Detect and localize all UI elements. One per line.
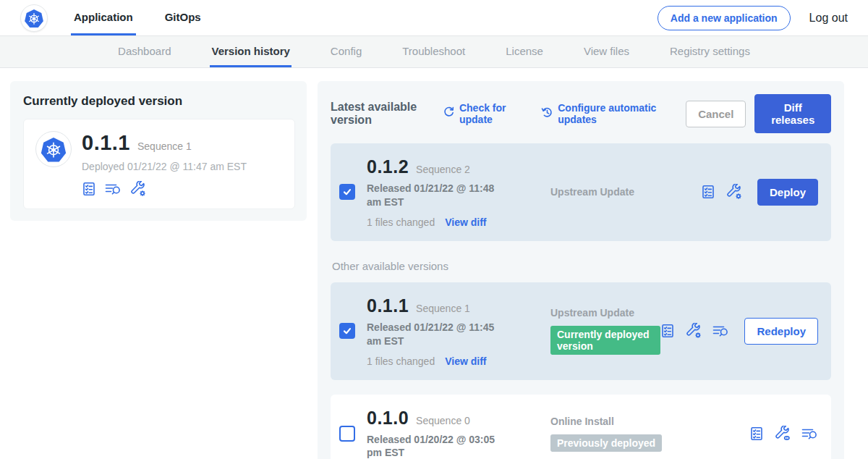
subnav-tab-dashboard[interactable]: Dashboard <box>116 36 172 67</box>
tab-gitops[interactable]: GitOps <box>162 0 204 35</box>
version-checkbox[interactable] <box>339 426 355 442</box>
latest-available-heading: Latest available version <box>331 101 435 127</box>
released-timestamp: Released 01/21/22 @ 11:48 am EST <box>367 182 511 209</box>
deployed-card-title: Currently deployed version <box>23 94 295 109</box>
edit-config-icon[interactable] <box>686 323 702 339</box>
view-diff-link[interactable]: View diff <box>445 216 486 228</box>
kubernetes-logo-icon <box>20 4 48 32</box>
preflight-checks-icon[interactable] <box>660 324 675 338</box>
view-logs-icon[interactable] <box>105 182 122 196</box>
subnav-tab-troubleshoot[interactable]: Troubleshoot <box>401 36 467 67</box>
configure-automatic-updates-link[interactable]: Configure automatic updates <box>541 102 667 125</box>
subnav-tab-license[interactable]: License <box>504 36 545 67</box>
subnav-tab-version-history[interactable]: Version history <box>210 36 291 67</box>
deployed-version-number: 0.1.1 <box>82 131 130 155</box>
currently-deployed-card: Currently deployed version <box>10 81 307 221</box>
other-versions-heading: Other available versions <box>332 260 831 272</box>
view-logs-icon[interactable] <box>801 426 818 441</box>
preflight-checks-icon[interactable] <box>701 185 715 199</box>
version-row-0-1-1: 0.1.1 Sequence 1 Released 01/21/22 @ 11:… <box>331 282 831 380</box>
version-history-panel: Latest available version Check for updat… <box>318 81 844 459</box>
deployed-sequence-label: Sequence 1 <box>137 140 192 152</box>
version-number: 0.1.2 <box>367 156 409 177</box>
deploy-button[interactable]: Deploy <box>757 179 818 206</box>
version-row-0-1-0: 0.1.0 Sequence 0 Released 01/20/22 @ 03:… <box>331 395 831 459</box>
files-changed-label: 1 files changed <box>367 216 435 228</box>
previously-deployed-badge: Previously deployed <box>550 434 662 452</box>
add-new-application-button[interactable]: Add a new application <box>658 6 791 30</box>
version-number: 0.1.0 <box>367 408 409 429</box>
logout-button[interactable]: Log out <box>809 12 848 25</box>
version-source-label: Online Install <box>550 416 749 427</box>
version-checkbox[interactable] <box>339 323 355 339</box>
view-config-icon[interactable] <box>775 426 791 442</box>
edit-config-icon[interactable] <box>726 184 742 200</box>
version-checkbox[interactable] <box>339 184 355 200</box>
sequence-label: Sequence 2 <box>416 164 470 175</box>
app-subnav: Dashboard Version history Config Trouble… <box>0 36 868 68</box>
view-diff-link[interactable]: View diff <box>445 355 486 367</box>
preflight-checks-icon[interactable] <box>82 182 96 196</box>
files-changed-label: 1 files changed <box>367 355 435 367</box>
preflight-checks-icon[interactable] <box>749 426 764 441</box>
sequence-label: Sequence 0 <box>416 415 470 426</box>
version-row-0-1-2: 0.1.2 Sequence 2 Released 01/21/22 @ 11:… <box>331 143 831 241</box>
version-source-label: Upstream Update <box>550 307 660 319</box>
app-kubernetes-icon <box>35 131 72 167</box>
subnav-tab-config[interactable]: Config <box>329 36 363 67</box>
version-number: 0.1.1 <box>367 295 409 316</box>
edit-config-icon[interactable] <box>130 181 146 197</box>
deployed-timestamp: Deployed 01/21/22 @ 11:47 am EST <box>82 161 247 172</box>
subnav-tab-registry-settings[interactable]: Registry settings <box>668 36 752 67</box>
released-timestamp: Released 01/21/22 @ 11:45 am EST <box>367 321 511 348</box>
cancel-button[interactable]: Cancel <box>686 101 746 127</box>
top-nav: Application GitOps Add a new application… <box>0 0 868 36</box>
deployed-version-card: 0.1.1 Sequence 1 Deployed 01/21/22 @ 11:… <box>23 119 295 209</box>
tab-application[interactable]: Application <box>71 0 136 35</box>
app-level-tabs: Application GitOps <box>71 0 204 35</box>
sequence-label: Sequence 1 <box>416 303 470 314</box>
version-source-label: Upstream Update <box>550 186 701 198</box>
refresh-icon <box>443 106 455 121</box>
check-for-update-link[interactable]: Check for update <box>443 102 522 125</box>
view-logs-icon[interactable] <box>712 324 729 338</box>
diff-releases-button[interactable]: Diff releases <box>754 94 831 133</box>
subnav-tab-view-files[interactable]: View files <box>582 36 631 67</box>
currently-deployed-badge: Currently deployed version <box>550 326 660 355</box>
released-timestamp: Released 01/20/22 @ 03:05 pm EST <box>367 433 511 459</box>
redeploy-button[interactable]: Redeploy <box>744 318 818 345</box>
schedule-update-icon <box>541 106 553 121</box>
